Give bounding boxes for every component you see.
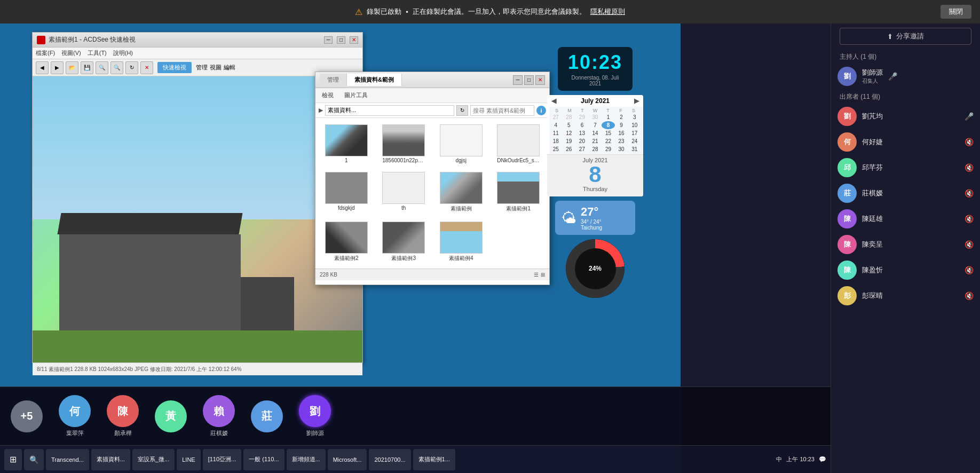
fm-address-input[interactable] [325, 105, 454, 116]
bottom-participant[interactable]: 何葉翠萍 [59, 395, 91, 437]
fm-close-button[interactable]: ✕ [535, 75, 545, 85]
bottom-participant[interactable]: +5 [11, 400, 43, 432]
taskbar-app-button[interactable]: 室設系_微... [132, 449, 175, 470]
cal-day[interactable]: 6 [575, 121, 589, 129]
fm-item[interactable]: 素描範例3 [377, 219, 431, 264]
cal-day[interactable]: 10 [628, 121, 641, 129]
fm-item[interactable]: 素描範例4 [434, 219, 488, 264]
back-button[interactable]: ◀ [36, 61, 49, 74]
fm-tab-photos[interactable]: 素描資料&範例 [347, 74, 402, 86]
taskbar-app-button[interactable]: Microsoft... [328, 449, 367, 470]
cal-prev-button[interactable]: ◀ [551, 97, 556, 105]
cal-day[interactable]: 22 [602, 137, 615, 145]
bottom-participant[interactable]: 劉劉師源 [299, 395, 331, 437]
menu-file[interactable]: 檔案(F) [36, 49, 55, 57]
fm-toolbar-pictools[interactable]: 圖片工具 [341, 90, 371, 100]
bottom-participant[interactable]: 賴莊棋嫒 [203, 395, 235, 437]
cal-day[interactable]: 5 [563, 121, 576, 129]
cal-day[interactable]: 23 [615, 137, 628, 145]
rotate-button[interactable]: ↻ [125, 61, 138, 74]
fm-item[interactable]: 素描範例 [434, 170, 488, 215]
search-button[interactable]: 🔍 [24, 449, 44, 470]
open-button[interactable]: 📂 [66, 61, 78, 74]
cal-day[interactable]: 18 [549, 137, 563, 145]
quickview-button[interactable]: 快速檢視 [157, 62, 192, 73]
cal-day[interactable]: 29 [602, 145, 615, 153]
bottom-participant[interactable]: 黃 [155, 400, 187, 432]
cal-day[interactable]: 15 [602, 129, 615, 137]
taskbar-app-button[interactable]: 素描資料... [91, 449, 130, 470]
maximize-button[interactable]: □ [337, 36, 345, 44]
cal-day[interactable]: 19 [563, 137, 576, 145]
cal-day[interactable]: 25 [549, 145, 563, 153]
cal-day[interactable]: 20 [575, 137, 589, 145]
invite-button[interactable]: ⬆ 分享邀請 [840, 28, 971, 45]
start-button[interactable]: ⊞ [4, 449, 22, 470]
cal-day[interactable]: 2 [615, 113, 628, 121]
delete-button[interactable]: ✕ [140, 61, 153, 74]
fm-refresh-button[interactable]: ↻ [456, 105, 468, 116]
taskbar-app-button[interactable]: LINE [177, 449, 200, 470]
cal-day[interactable]: 13 [575, 129, 589, 137]
cal-day[interactable]: 24 [628, 137, 641, 145]
cal-day[interactable]: 8 [602, 121, 615, 129]
cal-day[interactable]: 4 [549, 121, 563, 129]
fm-minimize-button[interactable]: ─ [513, 75, 523, 85]
notification-icon[interactable]: 💬 [819, 456, 826, 463]
cal-day[interactable]: 30 [589, 113, 602, 121]
taskbar-app-button[interactable]: 新增頻道... [287, 449, 326, 470]
zoom-in-button[interactable]: 🔍 [96, 61, 108, 74]
view-tab[interactable]: 視圖 [210, 64, 222, 72]
fm-item[interactable]: DNkOudrEc5_small [492, 122, 546, 165]
bottom-participant[interactable]: 陳顏承樺 [107, 395, 139, 437]
close-button[interactable]: ✕ [350, 36, 358, 44]
cal-day[interactable]: 30 [615, 145, 628, 153]
fm-tab-manage[interactable]: 管理 [320, 74, 347, 86]
fm-maximize-button[interactable]: □ [524, 75, 534, 85]
fm-item[interactable]: fdsgkjd [320, 170, 373, 215]
bottom-participant[interactable]: 莊 [251, 400, 283, 432]
cal-day[interactable]: 3 [628, 113, 641, 121]
taskbar-app-button[interactable]: Transcend... [46, 449, 89, 470]
cal-day[interactable]: 12 [563, 129, 576, 137]
menu-view[interactable]: 視圖(V) [61, 49, 81, 57]
cal-day[interactable]: 27 [549, 113, 563, 121]
recording-privacy[interactable]: 隱私權原則 [590, 7, 625, 17]
taskbar-app-button[interactable]: [110亞洲... [203, 449, 242, 470]
cal-day[interactable]: 27 [575, 145, 589, 153]
zoom-out-button[interactable]: 🔍 [110, 61, 123, 74]
cal-day[interactable]: 29 [575, 113, 589, 121]
cal-day[interactable]: 14 [589, 129, 602, 137]
fm-item[interactable]: dgjsj [434, 122, 488, 165]
fm-item[interactable]: 素描範例2 [320, 219, 373, 264]
fm-grid-view-button[interactable]: ⊞ [541, 272, 545, 278]
fm-toolbar-view[interactable]: 檢視 [319, 90, 337, 100]
fm-item[interactable]: th [377, 170, 431, 215]
cal-day[interactable]: 17 [628, 129, 641, 137]
fm-list-view-button[interactable]: ☰ [534, 272, 539, 278]
cal-day[interactable]: 28 [589, 145, 602, 153]
menu-tools[interactable]: 工具(T) [88, 49, 107, 57]
taskbar-app-button[interactable]: 20210700... [369, 449, 410, 470]
edit-tab[interactable]: 編輯 [224, 64, 235, 72]
cal-day[interactable]: 28 [563, 113, 576, 121]
recording-close-button[interactable]: 關閉 [941, 5, 971, 19]
cal-next-button[interactable]: ▶ [634, 97, 639, 105]
taskbar-app-button[interactable]: 一般 (110... [243, 449, 284, 470]
cal-day[interactable]: 21 [589, 137, 602, 145]
minimize-button[interactable]: ─ [324, 36, 333, 44]
forward-button[interactable]: ▶ [51, 61, 64, 74]
cal-day[interactable]: 31 [628, 145, 641, 153]
cal-day[interactable]: 9 [615, 121, 628, 129]
fm-item[interactable]: 18560001n22p1q0p835n [377, 122, 431, 165]
cal-day[interactable]: 1 [602, 113, 615, 121]
cal-day[interactable]: 26 [563, 145, 576, 153]
fm-search-input[interactable] [470, 105, 534, 116]
manage-tab[interactable]: 管理 [196, 64, 208, 72]
fm-item[interactable]: 1 [320, 122, 373, 165]
save-button[interactable]: 💾 [81, 61, 93, 74]
taskbar-app-button[interactable]: 素描範例1... [413, 449, 455, 470]
menu-help[interactable]: 說明(H) [113, 49, 133, 57]
cal-day[interactable]: 11 [549, 129, 563, 137]
cal-day[interactable]: 7 [589, 121, 602, 129]
